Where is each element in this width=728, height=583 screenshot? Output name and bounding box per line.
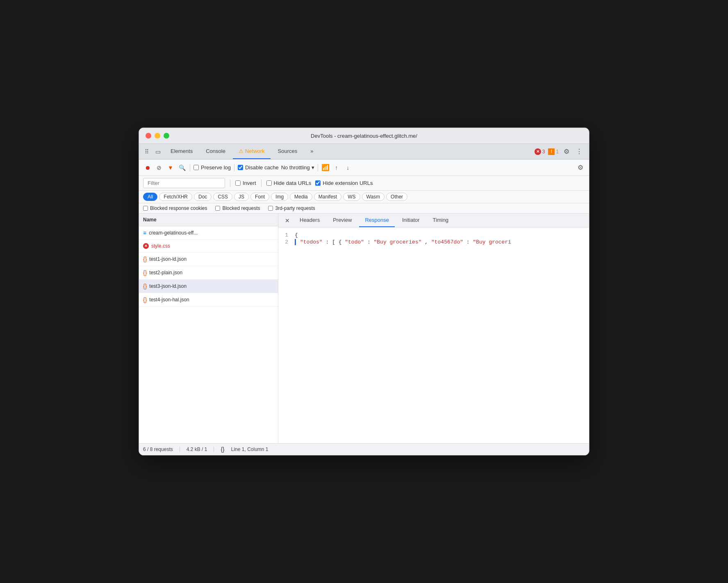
- device-icon[interactable]: ▭: [153, 144, 163, 159]
- file-item-cream[interactable]: ≡ cream-gelatinous-eff...: [139, 226, 278, 240]
- file-name-test2: test2-plain.json: [149, 270, 182, 276]
- chevron-down-icon: ▾: [312, 164, 314, 171]
- extra-filters-bar: Blocked response cookies Blocked request…: [139, 203, 589, 214]
- file-item-test4[interactable]: {} test4-json-hal.json: [139, 293, 278, 307]
- settings-icon[interactable]: ⚙: [562, 146, 571, 157]
- more-options-icon[interactable]: ⋮: [574, 146, 584, 157]
- type-btn-media[interactable]: Media: [290, 193, 312, 201]
- error-circle-icon: ✕: [535, 148, 541, 155]
- type-btn-fetch-xhr[interactable]: Fetch/XHR: [159, 193, 192, 201]
- wifi-icon[interactable]: 📶: [321, 164, 330, 171]
- type-btn-font[interactable]: Font: [250, 193, 269, 201]
- warning-triangle-icon: ⚠: [239, 148, 243, 154]
- blocked-response-cookies-input[interactable]: [143, 206, 148, 211]
- file-name-cream: cream-gelatinous-eff...: [149, 230, 198, 236]
- filter-sep: [230, 180, 230, 187]
- warning-square-icon: !: [548, 148, 555, 155]
- tab-more[interactable]: »: [305, 144, 319, 159]
- json-icon-2: {}: [143, 269, 147, 276]
- panel-close-icon[interactable]: ✕: [282, 214, 292, 227]
- doc-icon: ≡: [143, 230, 146, 236]
- minimize-button[interactable]: [155, 133, 160, 139]
- filter-icon[interactable]: ▼: [166, 163, 175, 172]
- warning-badge: ! 1: [548, 148, 559, 155]
- download-icon[interactable]: ↓: [344, 163, 353, 172]
- line-bar: [295, 239, 296, 245]
- tab-preview[interactable]: Preview: [327, 214, 357, 227]
- invert-input[interactable]: [235, 180, 241, 186]
- filter-input[interactable]: [143, 178, 225, 188]
- file-name-test3: test3-json-ld.json: [149, 283, 187, 289]
- file-list-header: Name: [139, 214, 278, 226]
- tab-right: ✕ 3 ! 1 ⚙ ⋮: [533, 146, 586, 157]
- upload-icon[interactable]: ↑: [332, 163, 341, 172]
- cursor-icon[interactable]: ⠿: [142, 144, 151, 159]
- third-party-requests-checkbox[interactable]: 3rd-party requests: [268, 205, 315, 211]
- blocked-response-cookies-checkbox[interactable]: Blocked response cookies: [143, 205, 207, 211]
- filter-bar: Invert Hide data URLs Hide extension URL…: [139, 176, 589, 191]
- type-btn-ws[interactable]: WS: [343, 193, 360, 201]
- toolbar-sep-1: [190, 164, 190, 171]
- panel-tabs: ✕ Headers Preview Response Initiator Tim…: [278, 214, 589, 228]
- preserve-log-checkbox[interactable]: Preserve log: [193, 164, 231, 171]
- file-name-test1: test1-json-ld.json: [149, 256, 187, 262]
- blocked-requests-input[interactable]: [215, 206, 220, 211]
- invert-checkbox[interactable]: Invert: [235, 180, 256, 186]
- tab-headers[interactable]: Headers: [294, 214, 325, 227]
- search-icon[interactable]: 🔍: [177, 163, 187, 172]
- requests-count: 6 / 8 requests: [143, 446, 173, 452]
- tab-sources[interactable]: Sources: [272, 144, 303, 159]
- window-title: DevTools - cream-gelatinous-effect.glitc…: [311, 133, 417, 139]
- type-btn-js[interactable]: JS: [234, 193, 249, 201]
- status-sep-1: [180, 446, 180, 452]
- disable-cache-checkbox[interactable]: Disable cache: [238, 164, 279, 171]
- status-bar: 6 / 8 requests 4.2 kB / 1 {} Line 1, Col…: [139, 443, 589, 455]
- blocked-requests-checkbox[interactable]: Blocked requests: [215, 205, 260, 211]
- tab-timing[interactable]: Timing: [427, 214, 455, 227]
- tab-response[interactable]: Response: [359, 214, 395, 227]
- file-item-test3[interactable]: {} test3-json-ld.json: [139, 280, 278, 293]
- type-btn-manifest[interactable]: Manifest: [314, 193, 341, 201]
- format-icon[interactable]: {}: [221, 446, 224, 453]
- file-item-test1[interactable]: {} test1-json-ld.json: [139, 253, 278, 266]
- type-btn-css[interactable]: CSS: [213, 193, 232, 201]
- hide-extension-urls-checkbox[interactable]: Hide extension URLs: [315, 180, 373, 186]
- file-item-test2[interactable]: {} test2-plain.json: [139, 266, 278, 280]
- size-info: 4.2 kB / 1: [187, 446, 207, 452]
- file-name-style-css: style.css: [151, 243, 170, 249]
- json-icon-4: {}: [143, 296, 147, 303]
- tab-elements[interactable]: Elements: [165, 144, 198, 159]
- hide-data-urls-input[interactable]: [266, 180, 272, 186]
- preserve-log-input[interactable]: [193, 165, 199, 170]
- request-types-bar: All Fetch/XHR Doc CSS JS Font Img Media …: [139, 191, 589, 203]
- window-controls: [146, 133, 169, 139]
- line-number-1: 1: [278, 232, 295, 238]
- network-settings-icon[interactable]: ⚙: [576, 162, 585, 173]
- third-party-requests-input[interactable]: [268, 206, 273, 211]
- type-btn-other[interactable]: Other: [386, 193, 407, 201]
- tab-network[interactable]: ⚠ Network: [233, 144, 271, 159]
- toolbar-sep-3: [318, 164, 318, 171]
- devtools-window: DevTools - cream-gelatinous-effect.glitc…: [139, 128, 589, 455]
- code-line-1: 1 {: [278, 232, 589, 239]
- response-panel: ✕ Headers Preview Response Initiator Tim…: [278, 214, 589, 443]
- type-btn-img[interactable]: Img: [271, 193, 288, 201]
- clear-icon[interactable]: ⊘: [155, 163, 164, 172]
- close-button[interactable]: [146, 133, 151, 139]
- hide-extension-urls-input[interactable]: [315, 180, 321, 186]
- main-content: Name ≡ cream-gelatinous-eff... ✕ style.c…: [139, 214, 589, 443]
- error-badge: ✕ 3: [535, 148, 545, 155]
- tab-console[interactable]: Console: [200, 144, 231, 159]
- maximize-button[interactable]: [164, 133, 169, 139]
- throttling-dropdown[interactable]: No throttling ▾: [281, 164, 314, 171]
- cursor-position: Line 1, Column 1: [231, 446, 268, 452]
- type-btn-doc[interactable]: Doc: [194, 193, 212, 201]
- tab-initiator[interactable]: Initiator: [396, 214, 425, 227]
- toolbar-sep-2: [234, 164, 234, 171]
- hide-data-urls-checkbox[interactable]: Hide data URLs: [266, 180, 312, 186]
- record-icon[interactable]: ⏺: [143, 163, 152, 172]
- type-btn-wasm[interactable]: Wasm: [362, 193, 385, 201]
- disable-cache-input[interactable]: [238, 165, 243, 170]
- type-btn-all[interactable]: All: [143, 193, 157, 201]
- file-item-style-css[interactable]: ✕ style.css: [139, 240, 278, 253]
